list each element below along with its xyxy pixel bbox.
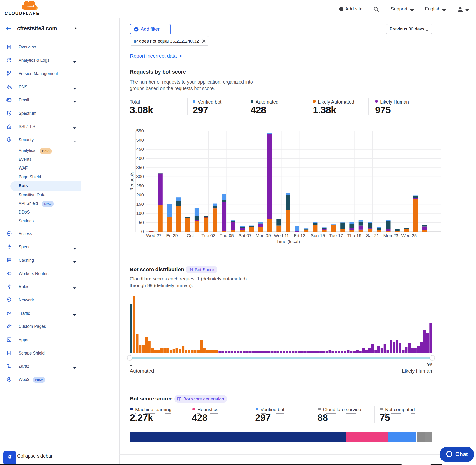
svg-text:50: 50 [139,220,144,225]
svg-text:350: 350 [136,165,144,170]
svg-text:Fri 13: Fri 13 [294,233,306,238]
svg-text:0: 0 [141,229,144,234]
svg-text:450: 450 [136,147,144,152]
svg-text:Time (local): Time (local) [276,239,300,244]
svg-text:400: 400 [136,156,144,161]
svg-text:300: 300 [136,174,144,179]
svg-text:Sat 07: Sat 07 [238,233,252,238]
svg-text:Wed 25: Wed 25 [401,233,417,238]
svg-text:Wed 11: Wed 11 [274,233,289,238]
svg-text:Fri 29: Fri 29 [166,233,178,238]
svg-text:Sat 21: Sat 21 [366,233,379,238]
svg-text:Tue 03: Tue 03 [201,233,215,238]
svg-text:Tue 17: Tue 17 [329,233,343,238]
svg-text:500: 500 [136,137,144,143]
svg-text:Requests: Requests [129,172,134,191]
svg-text:200: 200 [136,192,144,197]
svg-text:Thu 05: Thu 05 [220,233,234,238]
svg-text:Oct: Oct [187,233,194,238]
svg-text:100: 100 [136,211,144,216]
svg-text:150: 150 [136,202,144,207]
svg-text:250: 250 [136,183,144,188]
svg-text:Sun 15: Sun 15 [311,233,325,238]
svg-text:Thu 19: Thu 19 [347,233,361,238]
svg-text:Mon 09: Mon 09 [256,233,271,238]
svg-text:Wed 27: Wed 27 [146,233,161,238]
svg-text:Mon 23: Mon 23 [383,233,398,238]
svg-text:550: 550 [136,128,144,133]
